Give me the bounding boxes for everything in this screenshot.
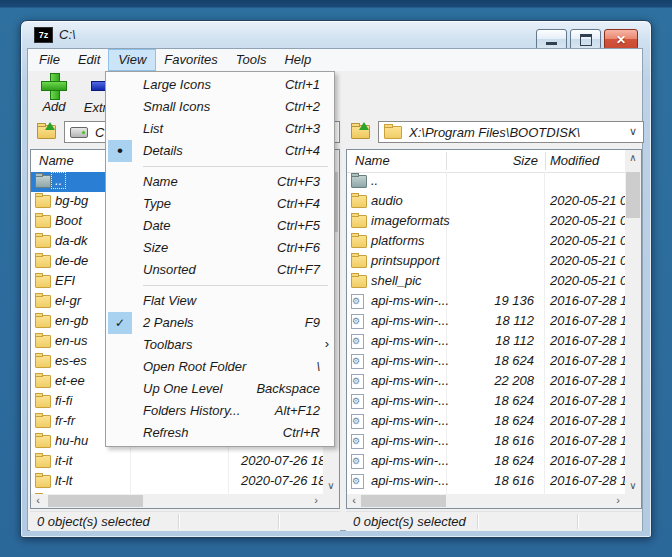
- menu-item-label: Date: [143, 218, 170, 233]
- file-size: 18 624: [446, 453, 534, 468]
- menu-item[interactable]: Toolbars ›: [106, 334, 334, 356]
- scroll-left-icon[interactable]: ‹: [31, 494, 45, 508]
- scrollbar-thumb[interactable]: [48, 495, 143, 507]
- file-type-icon: [35, 195, 51, 208]
- menu-check-indicator: [108, 237, 132, 259]
- menu-check-indicator: [108, 96, 132, 118]
- menu-check-indicator: [108, 193, 132, 215]
- menu-item[interactable]: Folders History... Alt+F12: [106, 400, 334, 422]
- menu-item[interactable]: Name Ctrl+F3: [106, 171, 334, 193]
- column-divider[interactable]: [545, 152, 546, 170]
- file-type-icon: [35, 255, 51, 268]
- scroll-right-icon[interactable]: ›: [611, 494, 625, 508]
- file-name: shell_pic: [371, 273, 422, 288]
- file-row[interactable]: api-ms-win-... 18 624 2016-07-28 11:: [347, 392, 625, 412]
- file-size: 18 112: [446, 313, 534, 328]
- file-size: 22 208: [446, 373, 534, 388]
- file-type-icon: [351, 235, 367, 248]
- menu-item[interactable]: Large Icons Ctrl+1: [106, 74, 334, 96]
- scroll-down-icon[interactable]: ∨: [323, 478, 339, 494]
- menu-item-shortcut: Ctrl+F6: [277, 240, 320, 255]
- file-row[interactable]: api-ms-win-... 18 112 2016-07-28 11:: [347, 332, 625, 352]
- column-header-size[interactable]: Size: [446, 153, 538, 168]
- left-horizontal-scrollbar[interactable]: ‹ ›: [31, 494, 323, 508]
- file-row[interactable]: api-ms-win-... 18 624 2016-07-28 11:: [347, 352, 625, 372]
- file-row[interactable]: imageformats 2020-05-21 08:: [347, 212, 625, 232]
- file-row[interactable]: api-ms-win-... 18 624 2016-07-28 11:: [347, 452, 625, 472]
- statusbar-divider: [477, 514, 479, 529]
- file-row[interactable]: api-ms-win-... 18 616 2016-07-28 11:: [347, 432, 625, 452]
- file-row[interactable]: platforms 2020-05-21 08:: [347, 232, 625, 252]
- file-row[interactable]: api-ms-win-... 18 616 2016-07-28 11:: [347, 472, 625, 492]
- file-type-icon: [35, 475, 51, 488]
- file-row[interactable]: printsupport 2020-05-21 08:: [347, 252, 625, 272]
- titlebar[interactable]: 7z C:\ ✕: [21, 21, 651, 48]
- file-row[interactable]: audio 2020-05-21 08:: [347, 192, 625, 212]
- left-up-one-level-button[interactable]: [32, 120, 60, 144]
- menu-item-label: Large Icons: [143, 77, 211, 92]
- file-type-icon: [351, 374, 364, 389]
- file-row[interactable]: api-ms-win-... 18 624 2016-07-28 11:: [347, 412, 625, 432]
- scroll-up-icon[interactable]: ∧: [625, 150, 641, 166]
- menu-item[interactable]: [106, 281, 334, 290]
- scroll-down-icon[interactable]: ∨: [625, 478, 641, 494]
- menu-item[interactable]: Open Root Folder \: [106, 356, 334, 378]
- right-up-one-level-button[interactable]: [346, 120, 374, 144]
- menubar-item[interactable]: Favorites: [155, 50, 226, 70]
- scrollbar-corner: [323, 494, 339, 508]
- file-row[interactable]: api-ms-win-... 19 136 2016-07-28 11:: [347, 292, 625, 312]
- column-divider[interactable]: [446, 152, 447, 170]
- menu-item[interactable]: Up One Level Backspace: [106, 378, 334, 400]
- menu-check-indicator: ✓: [108, 312, 132, 334]
- scroll-right-icon[interactable]: ›: [309, 494, 323, 508]
- app-window: 7z C:\ ✕ File Edit View Favorites Tools …: [20, 20, 652, 538]
- menu-item[interactable]: • Details Ctrl+4: [106, 140, 334, 162]
- close-button[interactable]: ✕: [604, 29, 638, 50]
- file-row[interactable]: api-ms-win-... 22 208 2016-07-28 11:: [347, 372, 625, 392]
- menu-item[interactable]: Small Icons Ctrl+2: [106, 96, 334, 118]
- column-header-modified[interactable]: Modified: [550, 153, 599, 168]
- file-name: EFI: [55, 273, 75, 288]
- file-type-icon: [35, 295, 51, 308]
- scroll-left-icon[interactable]: ‹: [347, 494, 361, 508]
- menubar-item[interactable]: View: [109, 50, 155, 70]
- menubar-item[interactable]: File: [30, 50, 69, 70]
- scrollbar-thumb[interactable]: [361, 495, 446, 507]
- file-name: hu-hu: [55, 433, 88, 448]
- file-name: de-de: [55, 253, 88, 268]
- chevron-down-icon[interactable]: ∨: [629, 125, 637, 138]
- file-row[interactable]: lt-lt 2020-07-26 18:5: [31, 472, 323, 492]
- menu-item[interactable]: Size Ctrl+F6: [106, 237, 334, 259]
- file-type-icon: [35, 355, 51, 368]
- menu-item[interactable]: Unsorted Ctrl+F7: [106, 259, 334, 281]
- maximize-button[interactable]: [570, 29, 601, 50]
- menubar-item[interactable]: Help: [275, 50, 320, 70]
- close-icon: ✕: [616, 33, 626, 47]
- file-row[interactable]: it-it 2020-07-26 18:5: [31, 452, 323, 472]
- column-header-name[interactable]: Name: [355, 153, 390, 168]
- menu-item-label: Type: [143, 196, 171, 211]
- menu-item[interactable]: ✓ 2 Panels F9: [106, 312, 334, 334]
- menu-item[interactable]: [106, 162, 334, 171]
- file-row[interactable]: api-ms-win-... 18 112 2016-07-28 11:: [347, 312, 625, 332]
- menu-item-label: Refresh: [143, 425, 189, 440]
- add-button[interactable]: Add: [30, 72, 78, 116]
- right-path-combobox[interactable]: X:\Program Files\BOOTDISK\ ∨: [378, 121, 644, 143]
- menu-item[interactable]: Refresh Ctrl+R: [106, 422, 334, 444]
- right-horizontal-scrollbar[interactable]: ‹ ›: [347, 494, 625, 508]
- file-row[interactable]: ..: [347, 172, 625, 192]
- menu-item[interactable]: Type Ctrl+F4: [106, 193, 334, 215]
- menu-item[interactable]: Flat View: [106, 290, 334, 312]
- menubar-item[interactable]: Tools: [227, 50, 276, 70]
- file-name: api-ms-win-...: [371, 473, 449, 488]
- right-file-panel: Name Size Modified ..: [346, 149, 642, 509]
- menubar-item[interactable]: Edit: [69, 50, 109, 70]
- menu-item[interactable]: Date Ctrl+F5: [106, 215, 334, 237]
- menu-item[interactable]: List Ctrl+3: [106, 118, 334, 140]
- menu-item-shortcut: Ctrl+F4: [277, 196, 320, 211]
- scrollbar-thumb[interactable]: [626, 172, 640, 218]
- minimize-button[interactable]: [536, 29, 567, 50]
- right-vertical-scrollbar[interactable]: ∧ ∨: [625, 150, 641, 494]
- column-header-name[interactable]: Name: [39, 153, 74, 168]
- file-row[interactable]: shell_pic 2020-05-21 08:: [347, 272, 625, 292]
